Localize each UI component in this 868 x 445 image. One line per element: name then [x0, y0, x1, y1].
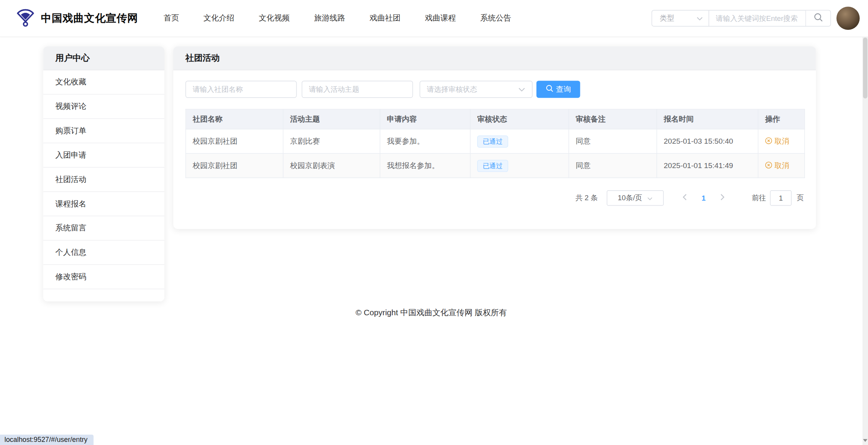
sidebar-item-ticket-orders[interactable]: 购票订单: [43, 119, 164, 143]
copyright-footer: © Copyright 中国戏曲文化宣传网 版权所有: [0, 308, 863, 318]
nav-item-announcements[interactable]: 系统公告: [480, 13, 511, 23]
cell-content: 我想报名参加。: [380, 153, 470, 178]
table-row: 校园京剧社团 校园京剧表演 我想报名参加。 已通过 同意 2025-01-01 …: [186, 153, 804, 178]
col-club-name: 社团名称: [186, 109, 283, 129]
chevron-left-icon: [683, 194, 687, 203]
nav-item-opera-courses[interactable]: 戏曲课程: [425, 13, 456, 23]
user-center-sidebar: 用户中心 文化收藏 视频评论 购票订单 入团申请 社团活动 课程报名 系统留言 …: [43, 46, 164, 301]
cell-status: 已通过: [470, 129, 569, 153]
page-number-1[interactable]: 1: [694, 194, 713, 202]
cell-time: 2025-01-01 15:41:49: [657, 153, 758, 178]
prev-page-button[interactable]: [675, 194, 694, 203]
sidebar-item-course-enrollment[interactable]: 课程报名: [43, 192, 164, 216]
nav-item-home[interactable]: 首页: [164, 13, 179, 23]
top-navbar: 中国戏曲文化宣传网 首页 文化介绍 文化视频 旅游线路 戏曲社团 戏曲课程 系统…: [0, 0, 868, 37]
cancel-button[interactable]: 取消: [765, 161, 789, 171]
vertical-scrollbar[interactable]: [863, 35, 868, 445]
cell-club: 校园京剧社团: [186, 129, 283, 153]
cell-topic: 校园京剧表演: [283, 153, 380, 178]
sidebar-item-club-activities[interactable]: 社团活动: [43, 168, 164, 192]
page-size-select[interactable]: 10条/页: [607, 190, 664, 206]
sidebar-item-culture-favorites[interactable]: 文化收藏: [43, 70, 164, 94]
logo-fan-icon: [15, 7, 36, 29]
cancel-button[interactable]: 取消: [765, 136, 789, 146]
keyword-search-input[interactable]: [709, 10, 805, 26]
nav-item-culture-intro[interactable]: 文化介绍: [204, 13, 235, 23]
cell-remark: 同意: [569, 153, 657, 178]
sidebar-item-join-applications[interactable]: 入团申请: [43, 143, 164, 168]
search-icon: [813, 13, 823, 24]
site-title: 中国戏曲文化宣传网: [41, 11, 138, 26]
goto-page-input[interactable]: [770, 190, 792, 206]
nav-item-opera-clubs[interactable]: 戏曲社团: [369, 13, 400, 23]
header-search-button[interactable]: [806, 10, 830, 26]
page-size-value: 10条/页: [618, 193, 642, 203]
cancel-circle-icon: [765, 137, 772, 146]
table-header-row: 社团名称 活动主题 申请内容 审核状态 审核备注 报名时间 操作: [186, 109, 804, 129]
chevron-down-icon: [647, 194, 652, 202]
col-activity-topic: 活动主题: [283, 109, 380, 129]
pagination: 共 2 条 10条/页 1 前: [185, 190, 804, 206]
site-logo[interactable]: 中国戏曲文化宣传网: [15, 7, 138, 29]
audit-status-placeholder: 请选择审核状态: [427, 84, 477, 94]
nav-item-travel-routes[interactable]: 旅游线路: [314, 13, 345, 23]
status-badge: 已通过: [477, 160, 508, 172]
header-search-group: 类型: [652, 10, 831, 27]
cell-topic: 京剧比赛: [283, 129, 380, 153]
link-preview-statusbar: localhost:9527/#/user/entry: [0, 435, 93, 445]
chevron-down-icon: [518, 85, 526, 93]
audit-status-select[interactable]: 请选择审核状态: [419, 81, 532, 98]
chevron-down-icon: [696, 14, 703, 22]
cell-content: 我要参加。: [380, 129, 470, 153]
cell-action: 取消: [758, 129, 805, 153]
col-audit-remark: 审核备注: [569, 109, 657, 129]
club-name-input[interactable]: [185, 81, 297, 98]
activity-topic-input[interactable]: [302, 81, 413, 98]
query-button-label: 查询: [556, 84, 571, 94]
sidebar-menu: 文化收藏 视频评论 购票订单 入团申请 社团活动 课程报名 系统留言 个人信息 …: [43, 70, 164, 289]
query-button[interactable]: 查询: [537, 81, 580, 98]
scrollbar-down-arrow-icon[interactable]: [863, 439, 867, 442]
filter-bar: 请选择审核状态 查询: [185, 81, 804, 98]
main-nav: 首页 文化介绍 文化视频 旅游线路 戏曲社团 戏曲课程 系统公告: [164, 13, 511, 23]
total-count: 共 2 条: [575, 193, 598, 203]
search-type-placeholder: 类型: [660, 13, 674, 23]
cancel-label: 取消: [775, 136, 790, 146]
sidebar-item-profile[interactable]: 个人信息: [43, 241, 164, 265]
cell-action: 取消: [758, 153, 805, 178]
goto-label: 前往: [752, 193, 766, 203]
sidebar-item-change-password[interactable]: 修改密码: [43, 265, 164, 289]
chevron-right-icon: [720, 194, 725, 203]
col-actions: 操作: [758, 109, 805, 129]
cancel-circle-icon: [765, 161, 772, 170]
scrollbar-thumb[interactable]: [863, 38, 867, 98]
user-avatar[interactable]: [837, 7, 860, 30]
nav-item-culture-video[interactable]: 文化视频: [259, 13, 290, 23]
cell-remark: 同意: [569, 129, 657, 153]
sidebar-item-system-messages[interactable]: 系统留言: [43, 216, 164, 241]
page-unit-label: 页: [797, 193, 804, 203]
col-apply-content: 申请内容: [380, 109, 470, 129]
sidebar-item-video-comments[interactable]: 视频评论: [43, 94, 164, 119]
cancel-label: 取消: [775, 161, 790, 171]
next-page-button[interactable]: [713, 194, 732, 203]
status-badge: 已通过: [477, 135, 508, 147]
club-activity-panel: 社团活动 请选择审核状态 查询: [173, 46, 816, 229]
col-audit-status: 审核状态: [470, 109, 569, 129]
table-row: 校园京剧社团 京剧比赛 我要参加。 已通过 同意 2025-01-03 15:5…: [186, 129, 804, 153]
browser-viewport: 中国戏曲文化宣传网 首页 文化介绍 文化视频 旅游线路 戏曲社团 戏曲课程 系统…: [0, 0, 868, 445]
activity-table: 社团名称 活动主题 申请内容 审核状态 审核备注 报名时间 操作 校园京剧社团 …: [185, 109, 805, 178]
cell-time: 2025-01-03 15:50:40: [657, 129, 758, 153]
search-type-select[interactable]: 类型: [652, 10, 709, 26]
search-icon: [545, 84, 553, 94]
panel-body: 请选择审核状态 查询: [173, 70, 816, 206]
cell-club: 校园京剧社团: [186, 153, 283, 178]
col-signup-time: 报名时间: [657, 109, 758, 129]
cell-status: 已通过: [470, 153, 569, 178]
panel-title: 社团活动: [173, 46, 816, 70]
sidebar-title: 用户中心: [43, 46, 164, 70]
